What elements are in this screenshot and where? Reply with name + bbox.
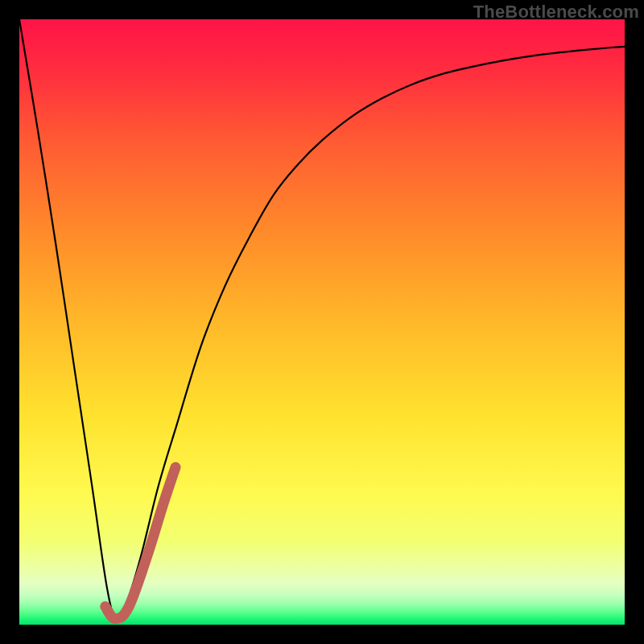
plot-svg	[19, 19, 625, 625]
gradient-background	[19, 19, 625, 625]
chart-frame: TheBottleneck.com	[0, 0, 644, 644]
watermark-text: TheBottleneck.com	[473, 2, 639, 23]
plot-area	[19, 19, 625, 625]
